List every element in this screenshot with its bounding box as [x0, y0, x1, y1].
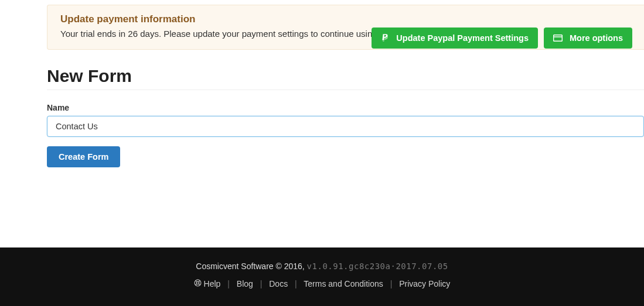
svg-line-7	[199, 284, 200, 285]
footer-help-link[interactable]: Help	[204, 279, 221, 288]
footer: Cosmicvent Software © 2016, v1.0.91.gc8c…	[0, 247, 644, 306]
alert-title: Update payment information	[60, 13, 631, 25]
separator: |	[295, 279, 297, 288]
footer-version: v1.0.91.gc8c230a·2017.07.05	[307, 262, 448, 271]
page-title: New Form	[47, 66, 644, 90]
separator: |	[260, 279, 263, 288]
separator: |	[390, 279, 393, 288]
payment-alert: Update payment information Your trial en…	[47, 5, 644, 50]
svg-line-5	[199, 281, 200, 282]
create-form-button[interactable]: Create Form	[47, 146, 120, 167]
footer-privacy-link[interactable]: Privacy Policy	[399, 279, 450, 288]
create-form-label: Create Form	[59, 152, 108, 161]
name-label: Name	[47, 103, 644, 112]
svg-point-3	[196, 281, 199, 284]
footer-docs-link[interactable]: Docs	[269, 279, 288, 288]
footer-terms-link[interactable]: Terms and Conditions	[304, 279, 383, 288]
svg-rect-0	[554, 35, 563, 42]
lifebuoy-icon	[194, 279, 202, 287]
separator: |	[227, 279, 230, 288]
more-options-label: More options	[570, 33, 623, 43]
more-options-button[interactable]: More options	[544, 27, 632, 49]
name-input[interactable]	[47, 116, 644, 137]
svg-line-6	[195, 284, 196, 285]
paypal-icon	[381, 33, 389, 43]
footer-copyright-line: Cosmicvent Software © 2016, v1.0.91.gc8c…	[0, 262, 644, 271]
credit-card-icon	[553, 35, 563, 42]
form-group-name: Name	[47, 103, 644, 137]
footer-links: Help | Blog | Docs | Terms and Condition…	[0, 279, 644, 288]
update-paypal-button[interactable]: Update Paypal Payment Settings	[372, 27, 538, 49]
footer-blog-link[interactable]: Blog	[237, 279, 253, 288]
footer-copyright: Cosmicvent Software © 2016,	[196, 262, 304, 271]
update-paypal-label: Update Paypal Payment Settings	[396, 33, 529, 43]
alert-buttons: Update Paypal Payment Settings More opti…	[372, 27, 632, 49]
svg-line-4	[195, 281, 196, 282]
submit-row: Create Form	[47, 146, 644, 167]
